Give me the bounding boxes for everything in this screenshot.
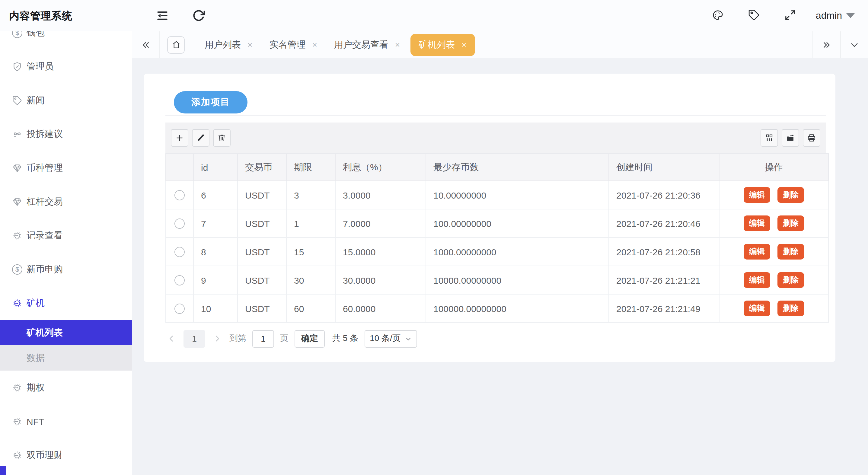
trash-icon [217,133,226,142]
page-body: 添加项目 [132,58,868,475]
gauge-icon [12,230,22,241]
sidebar-item-dual-currency[interactable]: 双币理财 [0,438,132,472]
close-icon[interactable]: × [462,40,466,49]
next-page-button[interactable] [211,335,223,343]
prev-page-button[interactable] [165,335,178,343]
fullscreen-icon [784,9,797,21]
fullscreen-button[interactable] [784,9,798,22]
pencil-icon [196,133,205,142]
delete-button[interactable]: 删除 [777,216,804,231]
tab-kyc[interactable]: 实名管理 × [262,34,323,55]
chevron-down-icon [405,335,412,342]
goto-suffix-label: 页 [280,333,288,344]
tab-user-list[interactable]: 用户列表 × [198,34,259,55]
sidebar-item-options[interactable]: 期权 [0,371,132,404]
row-radio[interactable] [175,276,185,286]
sidebar-item-records[interactable]: 记录查看 [0,219,132,252]
sidebar-item-nft[interactable]: NFT [0,404,132,438]
goto-prefix-label: 到第 [229,333,246,344]
top-header: 内容管理系统 [0,0,868,31]
refresh-button[interactable] [191,8,206,23]
sidebar-item-news[interactable]: 新闻 [0,83,132,117]
plus-icon [175,133,184,142]
palette-icon [712,9,724,21]
table-row: 8 USDT 15 15.0000 1000.00000000 2021-07-… [166,238,829,266]
tab-list-button[interactable] [840,31,868,58]
select-column-header [166,154,193,181]
sidebar-item-miner[interactable]: 矿机 [0,286,132,320]
home-tab-button[interactable] [167,36,185,54]
chevrons-left-icon [141,39,151,50]
sidebar: $ 钱包 管理员 [0,31,132,475]
table-row: 6 USDT 3 3.0000 10.00000000 2021-07-26 2… [166,181,829,209]
table-row: 9 USDT 30 30.0000 10000.00000000 2021-07… [166,266,829,294]
row-radio[interactable] [175,304,185,314]
sidebar-item-miner-data[interactable]: 数据 [0,345,132,371]
theme-button[interactable] [712,9,725,22]
scroll-tabs-right-button[interactable] [812,31,840,58]
row-radio[interactable] [175,219,185,229]
delete-button[interactable]: 删除 [777,187,804,203]
close-icon[interactable]: × [247,40,252,49]
close-icon[interactable]: × [312,40,317,49]
gauge-icon [12,298,22,308]
sidebar-item-coins[interactable]: 币种管理 [0,151,132,185]
username: admin [816,10,842,21]
chevrons-right-icon [822,39,832,50]
app-window: 内容管理系统 [0,0,868,475]
sidebar-item-new-coin[interactable]: $ 新币申购 [0,252,132,286]
export-button[interactable] [782,129,799,147]
toggle-columns-button[interactable] [761,129,778,147]
gauge-icon [12,382,22,392]
goto-confirm-button[interactable]: 确定 [294,330,325,347]
page-number-button[interactable]: 1 [184,330,205,347]
add-item-button[interactable]: 添加项目 [174,91,247,114]
sidebar-item-feedback[interactable]: 投拆建议 [0,117,132,151]
print-button[interactable] [803,129,820,147]
row-radio[interactable] [175,190,185,201]
page-title: 内容管理系统 [9,9,132,23]
collapse-sidebar-button[interactable] [155,8,169,23]
delete-button[interactable]: 删除 [777,272,804,288]
delete-row-button[interactable] [213,129,230,147]
collapse-menu-icon [156,9,169,22]
col-min-deposit: 最少存币数 [426,154,609,181]
edit-button[interactable]: 编辑 [744,244,770,259]
pagination: 1 到第 页 确定 共 5 条 10 条/页 [165,323,826,354]
scroll-tabs-left-button[interactable] [132,31,160,58]
col-id: id [193,154,238,181]
print-icon [807,133,816,142]
tag-icon [748,9,760,21]
table-header-row: id 交易币 期限 利息（%） 最少存币数 创建时间 操作 [166,154,829,181]
chevron-left-icon [167,335,176,343]
edit-button[interactable]: 编辑 [744,187,770,203]
edit-button[interactable]: 编辑 [744,272,770,288]
tab-user-trades[interactable]: 用户交易查看 × [328,34,406,55]
goto-page-input[interactable] [252,330,274,347]
edit-button[interactable]: 编辑 [744,300,770,316]
delete-button[interactable]: 删除 [777,244,804,259]
tab-bar: 用户列表 × 实名管理 × 用户交易查看 × 矿机列表 × [132,31,868,58]
sidebar-item-leverage[interactable]: 杠杆交易 [0,185,132,219]
sidebar-item-miner-list[interactable]: 矿机列表 [0,320,132,345]
tag-icon [12,95,22,105]
content-card: 添加项目 [144,74,835,362]
page-size-select[interactable]: 10 条/页 [364,330,417,347]
user-menu[interactable]: admin [816,10,855,21]
tags-button[interactable] [748,9,762,22]
open-tabs: 用户列表 × 实名管理 × 用户交易查看 × 矿机列表 × [198,33,812,56]
row-radio[interactable] [175,247,185,257]
sidebar-item-admins[interactable]: 管理员 [0,50,132,83]
sidebar-item-wallet[interactable]: $ 钱包 [0,31,132,50]
tab-miner-list[interactable]: 矿机列表 × [410,33,475,56]
gauge-icon [12,450,22,460]
close-icon[interactable]: × [395,40,400,49]
delete-button[interactable]: 删除 [777,300,804,316]
sidebar-submenu-miner: 矿机列表 数据 [0,320,132,371]
table-row: 10 USDT 60 60.0000 100000.00000000 2021-… [166,294,829,323]
edit-row-button[interactable] [192,129,210,147]
diamond-icon [12,163,22,173]
add-row-button[interactable] [171,129,188,147]
edit-button[interactable]: 编辑 [744,216,770,231]
infinity-icon [12,129,22,139]
